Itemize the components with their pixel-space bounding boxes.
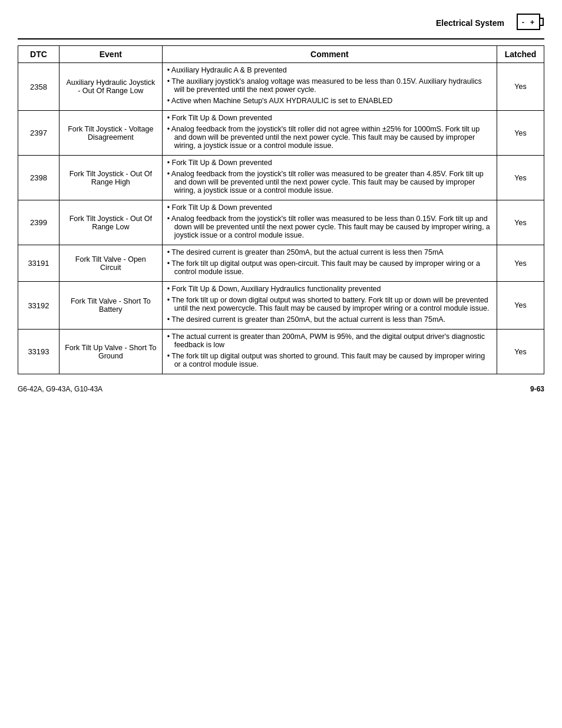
footer-right: 9-63 [530,385,544,393]
comment-bullet: Fork Tilt Up & Down, Auxiliary Hydraulic… [167,285,492,293]
svg-rect-1 [540,18,543,25]
main-table: DTC Event Comment Latched 2358Auxiliary … [18,45,544,374]
comment-bullet: The fork tilt up or down digital output … [167,296,492,312]
comment-cell: The actual current is greater than 200mA… [162,330,497,374]
dtc-cell: 33192 [18,282,59,330]
table-row: 2358Auxiliary Hydraulic Joystick - Out O… [18,63,544,111]
comment-cell: Auxiliary Hydraulic A & B preventedThe a… [162,63,497,111]
event-cell: Auxiliary Hydraulic Joystick - Out Of Ra… [59,63,162,111]
comment-bullet: The desired current is greater than 250m… [167,248,492,256]
page-header: Electrical System - + [18,12,544,39]
svg-text:+: + [530,18,534,27]
latched-cell: Yes [497,330,544,374]
dtc-cell: 33191 [18,245,59,282]
dtc-cell: 2399 [18,200,59,245]
comment-bullet: Fork Tilt Up & Down prevented [167,203,492,212]
comment-bullet: Fork Tilt Up & Down prevented [167,159,492,167]
latched-cell: Yes [497,200,544,245]
dtc-cell: 33193 [18,330,59,374]
latched-cell: Yes [497,111,544,156]
svg-text:-: - [522,18,524,27]
comment-bullet: The auxiliary joystick's analog voltage … [167,77,492,94]
comment-bullet: Analog feedback from the joystick's tilt… [167,215,492,239]
comment-bullet: The fork tilt up digital output was open… [167,259,492,276]
table-row: 33193Fork Tilt Up Valve - Short To Groun… [18,330,544,374]
table-row: 2398Fork Tilt Joystick - Out Of Range Hi… [18,156,544,200]
latched-cell: Yes [497,63,544,111]
comment-bullet: The desired current is greater than 250m… [167,315,492,324]
comment-bullet: The actual current is greater than 200mA… [167,332,492,349]
col-header-event: Event [59,46,162,63]
comment-bullet: Auxiliary Hydraulic A & B prevented [167,66,492,74]
event-cell: Fork Tilt Valve - Short To Battery [59,282,162,330]
col-header-latched: Latched [497,46,544,63]
event-cell: Fork Tilt Up Valve - Short To Ground [59,330,162,374]
latched-cell: Yes [497,156,544,200]
table-row: 33191Fork Tilt Valve - Open CircuitThe d… [18,245,544,282]
latched-cell: Yes [497,282,544,330]
comment-cell: Fork Tilt Up & Down, Auxiliary Hydraulic… [162,282,497,330]
table-row: 2399Fork Tilt Joystick - Out Of Range Lo… [18,200,544,245]
table-row: 2397Fork Tilt Joystick - Voltage Disagre… [18,111,544,156]
comment-cell: Fork Tilt Up & Down preventedAnalog feed… [162,200,497,245]
col-header-comment: Comment [162,46,497,63]
comment-bullet: Analog feedback from the joystick's tilt… [167,125,492,150]
header-title: Electrical System [436,18,504,28]
comment-cell: Fork Tilt Up & Down preventedAnalog feed… [162,111,497,156]
event-cell: Fork Tilt Joystick - Out Of Range Low [59,200,162,245]
battery-icon: - + [516,12,544,32]
latched-cell: Yes [497,245,544,282]
comment-cell: The desired current is greater than 250m… [162,245,497,282]
table-header-row: DTC Event Comment Latched [18,46,544,63]
table-row: 33192Fork Tilt Valve - Short To BatteryF… [18,282,544,330]
footer-left: G6-42A, G9-43A, G10-43A [18,385,103,393]
dtc-cell: 2358 [18,63,59,111]
dtc-cell: 2397 [18,111,59,156]
comment-bullet: Active when Machine Setup's AUX HYDRAULI… [167,97,492,105]
comment-bullet: Fork Tilt Up & Down prevented [167,114,492,122]
comment-cell: Fork Tilt Up & Down preventedAnalog feed… [162,156,497,200]
dtc-cell: 2398 [18,156,59,200]
col-header-dtc: DTC [18,46,59,63]
page-footer: G6-42A, G9-43A, G10-43A 9-63 [18,385,544,393]
event-cell: Fork Tilt Joystick - Out Of Range High [59,156,162,200]
event-cell: Fork Tilt Valve - Open Circuit [59,245,162,282]
comment-bullet: Analog feedback from the joystick's tilt… [167,170,492,195]
svg-rect-0 [517,14,540,29]
comment-bullet: The fork tilt up digital output was shor… [167,352,492,368]
event-cell: Fork Tilt Joystick - Voltage Disagreemen… [59,111,162,156]
